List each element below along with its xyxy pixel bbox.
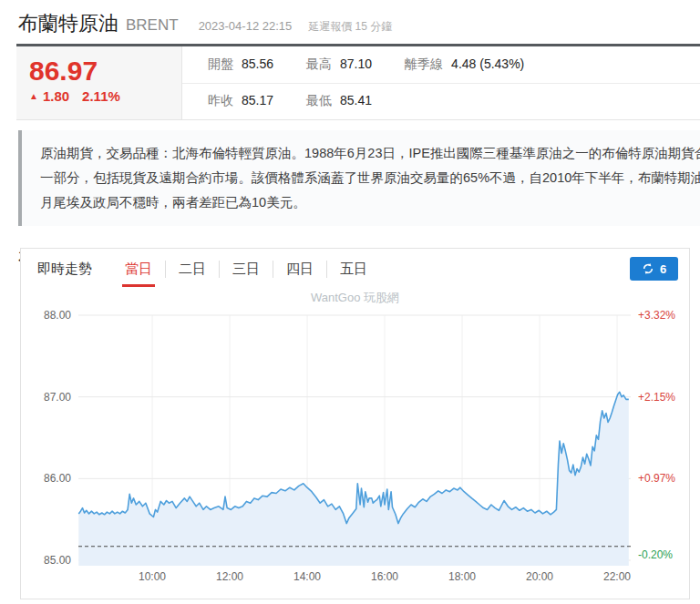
brent-quote-page: 布蘭特原油 BRENT 2023-04-12 22:15 延遲報價 15 分鐘 … bbox=[0, 0, 700, 604]
open-value: 85.56 bbox=[242, 56, 273, 71]
price-box: 86.97 ▲ 1.80 2.11% bbox=[16, 46, 182, 119]
high-value: 87.10 bbox=[340, 56, 372, 71]
x-axis-label: 22:00 bbox=[603, 570, 631, 583]
open-label: 開盤 bbox=[208, 56, 233, 71]
ticker-symbol: BRENT bbox=[126, 16, 179, 35]
chart-region: WantGoo 玩股網 88.00+3.32%87.00+2.15%86.00+… bbox=[21, 289, 689, 599]
y-axis-label: 86.00 bbox=[44, 472, 71, 485]
quote-row: 昨收85.17 最低85.41 bbox=[182, 83, 700, 120]
price-change-row: ▲ 1.80 2.11% bbox=[29, 88, 181, 104]
percent-axis-label: -0.20% bbox=[638, 548, 673, 561]
description-line: 原油期貨，交易品種：北海布倫特輕質原油。1988年6月23日，IPE推出國際三種… bbox=[40, 141, 700, 166]
x-axis-label: 12:00 bbox=[216, 570, 243, 583]
quote-row: 開盤85.56 最高87.10 離季線4.48 (5.43%) bbox=[182, 46, 700, 83]
tab-day-2[interactable]: 二日 bbox=[165, 261, 219, 278]
page-header: 布蘭特原油 BRENT 2023-04-12 22:15 延遲報價 15 分鐘 bbox=[0, 0, 700, 37]
x-axis-label: 20:00 bbox=[526, 570, 553, 583]
refresh-icon bbox=[642, 262, 654, 275]
tab-day-4[interactable]: 四日 bbox=[273, 261, 326, 278]
realtime-trend-label: 即時走勢 bbox=[37, 261, 92, 278]
tab-day-5[interactable]: 五日 bbox=[326, 261, 380, 278]
y-axis-label: 88.00 bbox=[44, 309, 71, 322]
y-axis-label: 85.00 bbox=[44, 554, 71, 567]
percent-axis-label: +2.15% bbox=[638, 391, 675, 404]
x-axis-label: 10:00 bbox=[139, 570, 166, 583]
description-line: 一部分，包括現貨及遠期合約市場。該價格體系涵蓋了世界原油交易量的65%不過，自2… bbox=[40, 166, 700, 190]
refresh-button[interactable]: 6 bbox=[630, 257, 678, 281]
x-axis-label: 18:00 bbox=[448, 570, 476, 583]
quote-table: 開盤85.56 最高87.10 離季線4.48 (5.43%) 昨收85.17 … bbox=[182, 46, 700, 119]
percent-axis-label: +0.97% bbox=[638, 472, 675, 485]
bias-label: 離季線 bbox=[405, 56, 443, 71]
x-axis-label: 16:00 bbox=[371, 570, 398, 583]
price-chart-canvas[interactable]: 88.00+3.32%87.00+2.15%86.00+0.97%85.00-0… bbox=[21, 289, 689, 599]
delay-note: 延遲報價 15 分鐘 bbox=[308, 19, 392, 35]
tab-day-3[interactable]: 三日 bbox=[219, 261, 273, 278]
chart-toolbar: 即時走勢 當日 二日 三日 四日 五日 6 bbox=[21, 249, 689, 289]
price-change: 1.80 bbox=[43, 88, 69, 104]
high-label: 最高 bbox=[306, 56, 332, 71]
description-line: 月尾埃及政局不穩時，兩者差距已為10美元。 bbox=[40, 190, 700, 215]
low-value: 85.41 bbox=[340, 93, 372, 107]
page-title: 布蘭特原油 bbox=[18, 10, 118, 37]
bias-value: 4.48 (5.43%) bbox=[451, 56, 524, 71]
period-tabs: 當日 二日 三日 四日 五日 bbox=[112, 249, 380, 289]
instrument-description: 原油期貨，交易品種：北海布倫特輕質原油。1988年6月23日，IPE推出國際三種… bbox=[18, 130, 700, 226]
price-change-percent: 2.11% bbox=[82, 88, 120, 104]
up-arrow-icon: ▲ bbox=[29, 91, 38, 101]
prev-close-value: 85.17 bbox=[242, 93, 273, 107]
low-label: 最低 bbox=[306, 93, 332, 107]
prev-close-label: 昨收 bbox=[208, 93, 233, 107]
percent-axis-label: +3.32% bbox=[638, 309, 675, 322]
chart-card: 即時走勢 當日 二日 三日 四日 五日 6 WantGoo 玩股網 88.00+ bbox=[20, 248, 690, 599]
quote-timestamp: 2023-04-12 22:15 bbox=[199, 19, 293, 33]
y-axis-label: 87.00 bbox=[44, 391, 71, 404]
tab-day-1[interactable]: 當日 bbox=[112, 261, 165, 278]
quote-section: 86.97 ▲ 1.80 2.11% 開盤85.56 最高87.10 離季線4.… bbox=[16, 46, 700, 120]
x-axis-label: 14:00 bbox=[293, 570, 321, 583]
refresh-count: 6 bbox=[660, 262, 666, 276]
last-price: 86.97 bbox=[29, 56, 181, 87]
